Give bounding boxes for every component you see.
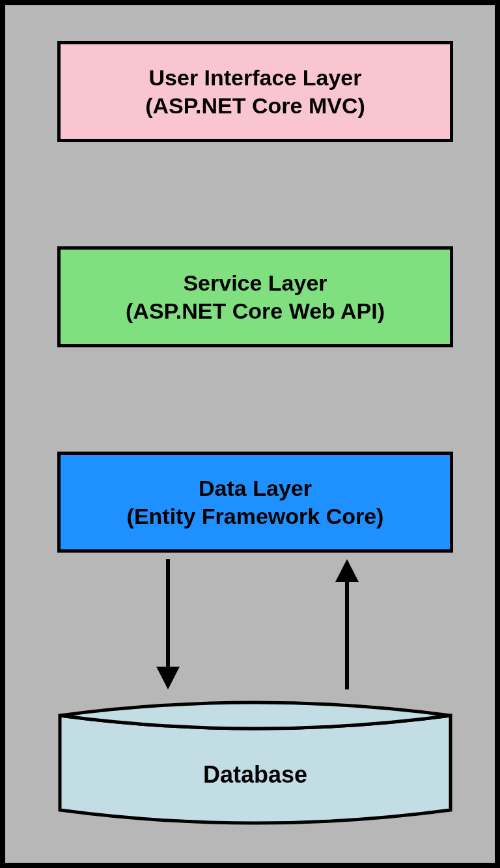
layer-ui-subtitle: (ASP.NET Core MVC) <box>145 92 365 120</box>
layer-service-subtitle: (ASP.NET Core Web API) <box>126 297 385 325</box>
layer-service-title: Service Layer <box>183 269 327 297</box>
svg-marker-3 <box>335 559 359 582</box>
layer-data-subtitle: (Entity Framework Core) <box>127 502 384 530</box>
layer-service: Service Layer (ASP.NET Core Web API) <box>57 246 453 347</box>
layer-ui-title: User Interface Layer <box>149 64 362 92</box>
layer-data-title: Data Layer <box>199 474 312 502</box>
layer-data: Data Layer (Entity Framework Core) <box>57 452 453 553</box>
architecture-diagram: User Interface Layer (ASP.NET Core MVC) … <box>0 0 500 868</box>
layer-ui: User Interface Layer (ASP.NET Core MVC) <box>57 41 453 142</box>
arrow-down-icon <box>148 556 188 693</box>
arrow-up-icon <box>327 556 367 693</box>
database-label: Database <box>51 761 460 788</box>
svg-marker-1 <box>156 667 180 689</box>
